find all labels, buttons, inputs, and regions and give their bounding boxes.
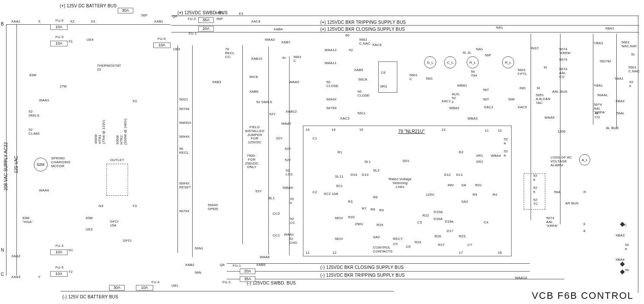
n8: 8	[583, 230, 586, 233]
gfci: GFCI	[123, 239, 132, 243]
c5601fptl: 5601 F,PTL	[518, 68, 527, 76]
r56t: 56T	[483, 88, 489, 92]
r2: R2	[459, 151, 464, 155]
p17: 17	[459, 251, 463, 255]
yaa1: YAA1	[615, 77, 624, 81]
r24: R24	[415, 241, 421, 245]
diamond-icon	[620, 269, 625, 274]
fu1-bot-name: FU-1	[233, 264, 241, 268]
bus-trip-pos: (+) 125VDC BKR TRIPPING SUPPLY BUS	[320, 20, 406, 25]
n4c: 4c	[282, 56, 286, 60]
xab10: XAB10	[251, 57, 262, 61]
node-x2a: X2	[70, 20, 74, 24]
c5694xoper: 5694X OPER.	[208, 204, 219, 211]
c5601c2: 5601 C	[409, 74, 418, 81]
r5627m: 5627M	[600, 60, 611, 64]
r9: R9	[379, 209, 384, 213]
r56t94: 56 T94	[471, 70, 477, 78]
diamond-icon	[620, 262, 625, 266]
p11t: 11	[485, 129, 489, 133]
r52b: 52 b	[290, 197, 294, 205]
c56n1: 56N1	[195, 247, 203, 251]
htr1: 300W HTR1 (75W @ 120V)	[94, 120, 106, 144]
c56cb: 56 CLOSE	[357, 90, 370, 98]
sw52sm: 52 SM/LS	[256, 100, 272, 104]
line	[593, 34, 593, 125]
lamp-cl: C_L	[444, 56, 456, 68]
wba2: WBA2	[449, 107, 459, 110]
r26: R26	[435, 235, 441, 239]
r52y1: 52Y	[269, 113, 276, 116]
xac5: XAC5	[518, 106, 527, 110]
hga: 83M "HGA"	[23, 217, 33, 224]
56p-r: 56P	[216, 17, 223, 21]
line	[16, 24, 17, 275]
line	[177, 45, 178, 253]
bus-al: AL BUS	[606, 126, 618, 130]
Rctc: R	[583, 191, 586, 194]
xab1: XAB1	[154, 20, 163, 24]
thermostat: THERMOSTAT 23	[97, 64, 121, 72]
si1: SI	[537, 87, 540, 91]
bus-dc-batt-pos: (+) 125V DC BATTERY BUS	[60, 3, 117, 8]
r7: R7	[362, 207, 367, 211]
d52a1: 52 a	[533, 174, 537, 182]
r56al: 56AL	[616, 112, 625, 116]
aal5674: 5674 AAL CO	[559, 68, 567, 79]
ac208-label: 208 VAC SUPPLY AC22	[3, 142, 8, 191]
node-n: N	[1, 248, 4, 252]
fu4-top-name: FU-4	[158, 37, 166, 41]
c5601nn: 5601 NAC,NAT	[621, 41, 637, 49]
r6: R6	[373, 196, 378, 200]
c5601cnac2: 5601 C,NAC	[628, 66, 640, 74]
bus-aal: AAL BUS	[552, 90, 567, 94]
r52aP2: 52 a	[504, 150, 508, 158]
c6: C6	[406, 245, 411, 249]
wba4: WBA4	[491, 154, 501, 158]
fu3-top: 10A	[50, 41, 68, 46]
d11: D11	[456, 173, 463, 177]
r27m: 27M	[60, 85, 67, 89]
outlet: OUTLET	[110, 158, 124, 162]
lossac: LOSS OF AC VOLTAGE ALARM	[551, 156, 572, 167]
d15a: D15A	[434, 210, 443, 214]
cc1: CC1	[273, 234, 280, 238]
waa7: WAA7	[281, 122, 291, 126]
bus-close-pos: (+) 125VDC BKR CLOSING SUPPLY BUS	[320, 27, 405, 32]
rect: RECT.	[393, 237, 403, 241]
r23: R23	[459, 235, 465, 239]
waa12: WAA12	[325, 49, 337, 52]
c4: C4	[484, 221, 489, 225]
node-n1: N1	[68, 249, 73, 252]
c5: C5	[393, 243, 398, 246]
c56rdo: 56RDO	[179, 121, 191, 125]
d12: D12	[444, 173, 451, 177]
bus-close-neg: (-) 125VDC BKR CLOSING SUPPLY BUS	[320, 265, 404, 270]
node-n3: N3	[99, 204, 103, 208]
sa2-b: SA2	[373, 236, 380, 239]
p16: 16	[306, 128, 309, 132]
r52cc: 52 CC	[290, 217, 295, 225]
wba3: WBA3	[467, 117, 477, 121]
p12t: 12	[498, 129, 502, 133]
r56g: 56G	[426, 77, 433, 81]
lamp-rl1: R_L	[467, 56, 479, 68]
v48: 48V	[448, 184, 454, 188]
xab4: XAB4	[274, 28, 283, 32]
c3: C3	[417, 221, 422, 225]
cap83m: 83M	[29, 74, 36, 78]
xab6: XAB6	[249, 90, 258, 94]
mov1: MOV	[335, 217, 343, 220]
d14: D14	[351, 173, 357, 177]
line	[61, 291, 394, 291]
56p1: 56P1	[216, 11, 224, 15]
r56aal: 56AAL	[597, 94, 608, 97]
c5601cnac: 5601 C,NAC	[359, 38, 370, 46]
sa: SA	[461, 184, 466, 188]
fu2-top-name: FU-2	[188, 17, 196, 21]
c56t94: 56T94	[179, 107, 190, 111]
xab12: XAB12	[286, 110, 297, 114]
jumper-note: 7500~ FOR 250VDC ONLY	[245, 154, 258, 169]
wba9: WBA9	[283, 186, 293, 190]
fu1-bot: 20A	[240, 268, 255, 274]
